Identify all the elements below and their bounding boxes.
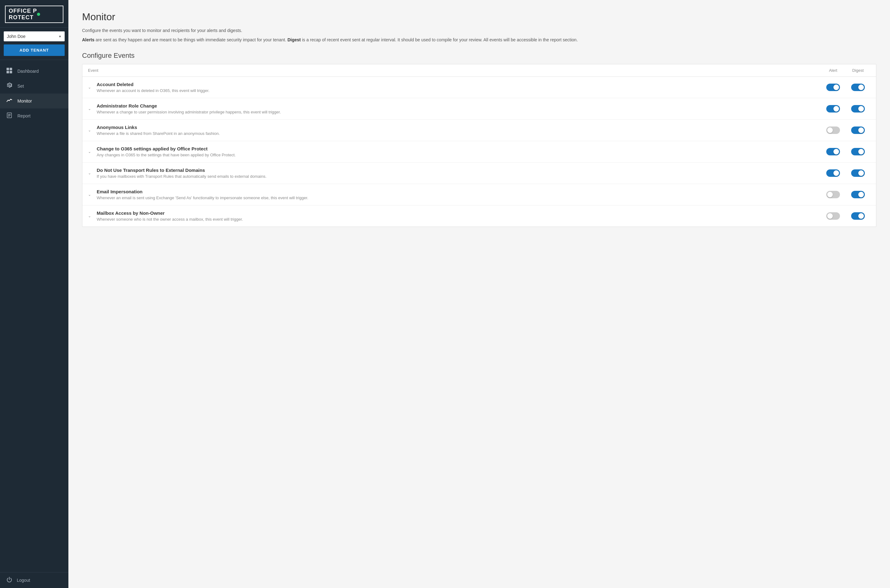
alert-toggle[interactable]	[826, 170, 840, 177]
sidebar-item-set[interactable]: Set	[0, 79, 68, 93]
event-desc: Whenever an account is deleted in O365, …	[97, 88, 821, 93]
alert-toggle-track	[826, 105, 840, 112]
digest-toggle-col	[845, 84, 870, 91]
event-name: Do Not Use Transport Rules to External D…	[97, 168, 821, 173]
alert-toggle-thumb	[833, 170, 839, 176]
expand-icon[interactable]: ⌄	[88, 85, 93, 90]
svg-rect-1	[10, 68, 12, 70]
alert-toggle-thumb	[827, 213, 833, 219]
sidebar-divider	[0, 60, 68, 60]
event-desc: Whenever an email is sent using Exchange…	[97, 195, 821, 200]
expand-icon[interactable]: ⌄	[88, 150, 93, 154]
col-alert: Alert	[821, 68, 845, 73]
alert-toggle-track	[826, 148, 840, 155]
after-alerts: are sent as they happen and are meant to…	[95, 37, 286, 42]
col-digest: Digest	[845, 68, 870, 73]
digest-toggle-track	[851, 105, 865, 112]
digest-toggle[interactable]	[851, 170, 865, 177]
event-info: Email Impersonation Whenever an email is…	[97, 189, 821, 200]
col-event: Event	[88, 68, 821, 73]
digest-toggle-track	[851, 126, 865, 134]
chart-icon	[6, 98, 12, 104]
digest-toggle[interactable]	[851, 126, 865, 134]
alert-toggle-col	[821, 84, 845, 91]
file-icon	[6, 112, 12, 119]
table-row: ⌄ Do Not Use Transport Rules to External…	[83, 162, 876, 184]
page-title: Monitor	[82, 11, 876, 22]
event-desc: If you have mailboxes with Transport Rul…	[97, 174, 821, 179]
expand-icon[interactable]: ⌄	[88, 192, 93, 197]
alert-toggle-col	[821, 105, 845, 112]
main-content: Monitor Configure the events you want to…	[68, 0, 890, 588]
sidebar-item-label-monitor: Monitor	[17, 99, 32, 104]
alert-toggle-track	[826, 212, 840, 220]
expand-icon[interactable]: ⌄	[88, 171, 93, 175]
gear-icon	[6, 82, 12, 90]
digest-toggle-col	[845, 191, 870, 198]
expand-icon[interactable]: ⌄	[88, 214, 93, 218]
alert-toggle-col	[821, 212, 845, 220]
event-name: Anonymous Links	[97, 124, 821, 130]
digest-toggle-track	[851, 191, 865, 198]
digest-toggle-thumb	[858, 128, 864, 133]
event-name: Account Deleted	[97, 82, 821, 87]
alert-toggle[interactable]	[826, 212, 840, 220]
alert-toggle[interactable]	[826, 105, 840, 112]
events-table: Event Alert Digest ⌄ Account Deleted Whe…	[82, 64, 876, 227]
alert-toggle[interactable]	[826, 84, 840, 91]
digest-toggle-thumb	[858, 106, 864, 112]
event-name: Administrator Role Change	[97, 103, 821, 108]
tenant-select-wrapper[interactable]: John Doe	[4, 32, 65, 41]
after-digest: is a recap of recent event sent at regul…	[301, 37, 578, 42]
event-info: Administrator Role Change Whenever a cha…	[97, 103, 821, 114]
nav-items: Dashboard Set Monitor	[0, 63, 68, 572]
alert-toggle-col	[821, 126, 845, 134]
alert-toggle-thumb	[827, 192, 833, 197]
tenant-select[interactable]: John Doe	[4, 32, 65, 41]
sidebar-item-label-dashboard: Dashboard	[17, 69, 39, 74]
digest-toggle[interactable]	[851, 148, 865, 155]
alert-toggle[interactable]	[826, 126, 840, 134]
expand-icon[interactable]: ⌄	[88, 128, 93, 132]
svg-rect-0	[6, 68, 9, 70]
alert-toggle[interactable]	[826, 191, 840, 198]
event-info: Change to O365 settings applied by Offic…	[97, 146, 821, 157]
sidebar-item-dashboard[interactable]: Dashboard	[0, 64, 68, 79]
logo-area: OFFICE PROTECT	[0, 0, 68, 28]
table-row: ⌄ Email Impersonation Whenever an email …	[83, 184, 876, 206]
sidebar: OFFICE PROTECT John Doe ADD TENANT Dashb…	[0, 0, 68, 588]
sidebar-item-label-report: Report	[17, 113, 30, 118]
digest-toggle-col	[845, 212, 870, 220]
alert-toggle[interactable]	[826, 148, 840, 155]
event-desc: Any changes in O365 to the settings that…	[97, 153, 821, 157]
digest-bold: Digest	[288, 37, 301, 42]
digest-toggle-col	[845, 126, 870, 134]
digest-toggle[interactable]	[851, 212, 865, 220]
svg-rect-3	[10, 71, 12, 74]
digest-toggle[interactable]	[851, 84, 865, 91]
digest-toggle[interactable]	[851, 191, 865, 198]
digest-toggle-thumb	[858, 84, 864, 90]
sidebar-item-monitor[interactable]: Monitor	[0, 93, 68, 108]
digest-toggle-thumb	[858, 213, 864, 219]
alert-toggle-thumb	[833, 84, 839, 90]
digest-toggle[interactable]	[851, 105, 865, 112]
logout-label: Logout	[17, 578, 30, 583]
svg-rect-2	[6, 71, 9, 74]
event-info: Do Not Use Transport Rules to External D…	[97, 168, 821, 179]
sidebar-item-report[interactable]: Report	[0, 108, 68, 123]
power-icon	[6, 577, 12, 584]
logout-button[interactable]: Logout	[0, 572, 68, 588]
table-row: ⌄ Account Deleted Whenever an account is…	[83, 77, 876, 98]
alert-toggle-track	[826, 84, 840, 91]
add-tenant-button[interactable]: ADD TENANT	[4, 45, 65, 56]
grid-icon	[6, 68, 12, 75]
intro-line1: Configure the events you want to monitor…	[82, 27, 876, 34]
intro-line2: Alerts are sent as they happen and are m…	[82, 36, 876, 43]
alert-toggle-thumb	[833, 106, 839, 112]
alert-toggle-col	[821, 191, 845, 198]
expand-icon[interactable]: ⌄	[88, 106, 93, 111]
table-row: ⌄ Mailbox Access by Non-Owner Whenever s…	[83, 206, 876, 226]
logo: OFFICE PROTECT	[5, 6, 63, 23]
configure-events-title: Configure Events	[82, 52, 876, 60]
